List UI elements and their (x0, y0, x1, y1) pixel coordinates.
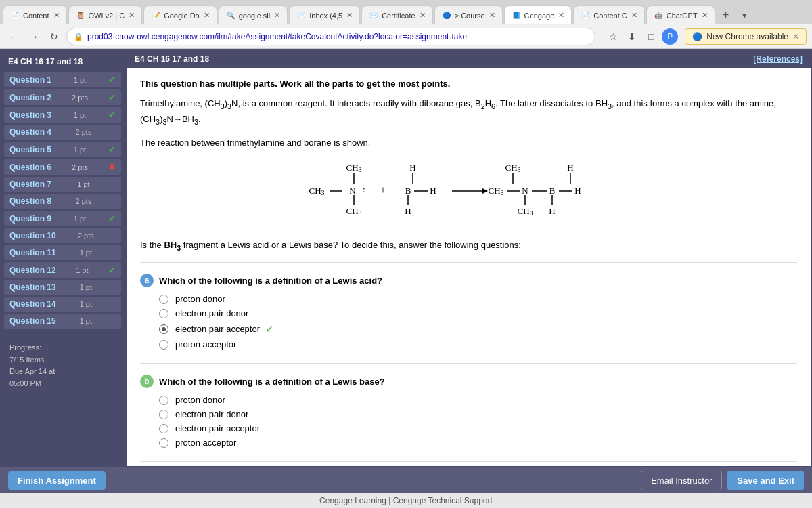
address-bar: ← → ↻ 🔒 prod03-cnow-owl.cengagenow.com/i… (0, 24, 812, 49)
download-button[interactable]: ⬇ (624, 28, 640, 45)
radio-b1[interactable] (159, 396, 168, 405)
radio-a3[interactable] (159, 324, 168, 334)
part-a-badge: a (140, 274, 154, 287)
option-a2[interactable]: electron pair donor (159, 308, 797, 318)
tab-overflow-button[interactable]: ▾ (737, 5, 753, 24)
new-tab-button[interactable]: + (717, 5, 736, 24)
part-b-section: b Which of the following is a definition… (140, 375, 797, 448)
tab-chatgpt[interactable]: 🤖 ChatGPT ✕ (646, 5, 715, 24)
tab-google-slides[interactable]: 🔍 google sli ✕ (219, 5, 288, 24)
svg-text:CH3: CH3 (346, 206, 361, 217)
divider-2 (140, 363, 797, 364)
profile-avatar[interactable]: P (662, 28, 678, 45)
tab-close-content[interactable]: ✕ (53, 11, 60, 20)
sidebar-item-q14[interactable]: Question 14 1 pt (4, 297, 121, 312)
sidebar-item-q8[interactable]: Question 8 2 pts (4, 194, 121, 209)
radio-a4[interactable] (159, 340, 168, 350)
tab-google-docs[interactable]: 📝 Google Do ✕ (143, 5, 217, 24)
tab-owlv2-icon: 🦉 (76, 11, 85, 20)
email-instructor-button[interactable]: Email Instructor (641, 471, 722, 490)
sidebar-item-q5[interactable]: Question 5 1 pt ✔ (4, 142, 121, 157)
svg-text:N: N (349, 186, 356, 196)
tab-close-course[interactable]: ✕ (489, 11, 495, 20)
sidebar-item-q10[interactable]: Question 10 2 pts (4, 228, 121, 243)
sidebar-item-q15[interactable]: Question 15 1 pt (4, 314, 121, 329)
sidebar-item-q4[interactable]: Question 4 2 pts (4, 125, 121, 140)
option-b1[interactable]: proton donor (159, 395, 797, 405)
main-content: E4 CH 16 17 and 18 [References] This que… (125, 49, 812, 467)
radio-b2[interactable] (159, 410, 168, 419)
tab-cengage[interactable]: 📘 Cengage ✕ (504, 5, 572, 24)
tab-close-chatgpt[interactable]: ✕ (702, 11, 708, 20)
tab-close-cengage[interactable]: ✕ (558, 11, 564, 20)
svg-text:N: N (522, 186, 528, 196)
tab-inbox[interactable]: ✉️ Inbox (4,5 ✕ (289, 5, 360, 24)
radio-b3[interactable] (159, 424, 168, 433)
radio-a1[interactable] (159, 295, 168, 304)
option-a1[interactable]: proton donor (159, 294, 797, 304)
svg-text:H: H (405, 206, 411, 216)
tab-close-google-slides[interactable]: ✕ (274, 11, 280, 20)
tab-cengage-icon: 📘 (512, 11, 521, 20)
tab-close-google-docs[interactable]: ✕ (204, 11, 210, 20)
tab-certificate[interactable]: ✉️ Certificate ✕ (361, 5, 433, 24)
tab-course[interactable]: 🔵 > Course ✕ (434, 5, 503, 24)
reload-button[interactable]: ↻ (46, 28, 62, 45)
part-a-question: Which of the following is a definition o… (159, 276, 382, 286)
sidebar-item-q3[interactable]: Question 3 1 pt ✔ (4, 107, 121, 123)
sidebar-item-q12[interactable]: Question 12 1 pt ✔ (4, 262, 121, 278)
tab-content-icon: 📄 (10, 11, 20, 20)
multiple-parts-note: This question has multiple parts. Work a… (140, 79, 797, 89)
option-a4[interactable]: proton acceptor (159, 339, 797, 350)
content-area: E4 CH 16 17 and 18 Question 1 1 pt ✔ Que… (0, 49, 812, 467)
option-b2[interactable]: electron pair donor (159, 409, 797, 419)
save-exit-button[interactable]: Save and Exit (727, 471, 804, 490)
radio-b4[interactable] (159, 438, 168, 448)
status-q3: ✔ (108, 110, 116, 120)
footer-right-buttons: Email Instructor Save and Exit (641, 471, 804, 490)
tab-content2[interactable]: 📄 Content C ✕ (573, 5, 645, 24)
tab-course-icon: 🔵 (442, 11, 451, 20)
footer-action-bar: Finish Assignment Email Instructor Save … (0, 467, 812, 493)
extensions-button[interactable]: □ (643, 28, 659, 45)
sidebar-item-q6[interactable]: Question 6 2 pts ✘ (4, 159, 121, 175)
option-b3[interactable]: electron pair acceptor (159, 423, 797, 433)
back-button[interactable]: ← (5, 28, 22, 45)
tab-content[interactable]: 📄 Content ✕ (3, 5, 67, 24)
svg-text:H: H (430, 186, 436, 196)
tab-inbox-icon: ✉️ (296, 11, 306, 20)
sidebar-item-q2[interactable]: Question 2 2 pts ✔ (4, 89, 121, 105)
svg-text:B: B (549, 186, 555, 196)
tab-owlv2[interactable]: 🦉 OWLv2 | C ✕ (68, 5, 143, 24)
finish-assignment-button[interactable]: Finish Assignment (8, 471, 106, 490)
divider-1 (140, 262, 797, 263)
sidebar-item-q11[interactable]: Question 11 1 pt (4, 245, 121, 260)
new-chrome-banner[interactable]: 🔵 New Chrome available ✕ (685, 28, 807, 45)
part-a-header: a Which of the following is a definition… (140, 274, 797, 287)
forward-button[interactable]: → (26, 28, 42, 45)
sidebar-item-q13[interactable]: Question 13 1 pt (4, 280, 121, 295)
sidebar-item-q1[interactable]: Question 1 1 pt ✔ (4, 72, 121, 87)
tab-google-slides-icon: 🔍 (226, 11, 235, 20)
radio-a2[interactable] (159, 309, 168, 318)
tab-close-inbox[interactable]: ✕ (346, 11, 353, 20)
part-b-badge: b (140, 375, 154, 388)
new-chrome-icon: 🔵 (692, 32, 702, 41)
tab-close-content2[interactable]: ✕ (631, 11, 637, 20)
sidebar-item-q9[interactable]: Question 9 1 pt ✔ (4, 211, 121, 226)
browser-chrome: 📄 Content ✕ 🦉 OWLv2 | C ✕ 📝 Google Do ✕ … (0, 0, 812, 49)
tab-google-docs-icon: 📝 (151, 11, 160, 20)
sidebar: E4 CH 16 17 and 18 Question 1 1 pt ✔ Que… (0, 49, 125, 467)
tab-close-certificate[interactable]: ✕ (420, 11, 426, 20)
sidebar-item-q7[interactable]: Question 7 1 pt (4, 177, 121, 192)
option-a3[interactable]: electron pair acceptor ✓ (159, 322, 797, 335)
status-q2: ✔ (108, 92, 116, 102)
option-b4[interactable]: proton acceptor (159, 438, 797, 448)
banner-close-icon[interactable]: ✕ (792, 32, 799, 41)
svg-text:H: H (409, 163, 415, 173)
url-input[interactable]: 🔒 prod03-cnow-owl.cengagenow.com/ilrn/ta… (66, 28, 595, 45)
references-link[interactable]: [References] (753, 54, 803, 64)
svg-text:B: B (405, 186, 411, 196)
tab-close-owlv2[interactable]: ✕ (129, 11, 135, 20)
bookmark-button[interactable]: ☆ (605, 28, 621, 45)
